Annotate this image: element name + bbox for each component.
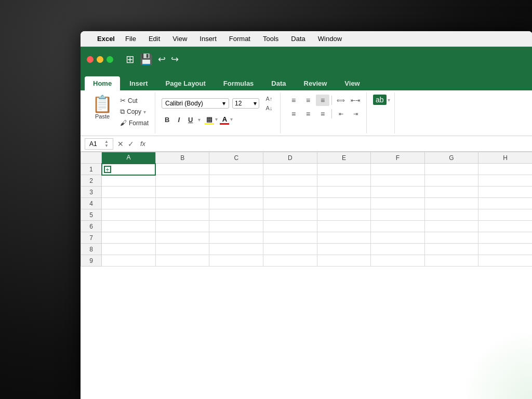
align-center-button[interactable]: ≡	[301, 108, 315, 119]
cell-D7[interactable]	[263, 232, 317, 244]
tab-page-layout[interactable]: Page Layout	[157, 76, 214, 90]
cell-A6[interactable]	[102, 221, 156, 232]
cell-B4[interactable]	[155, 198, 209, 209]
cell-F4[interactable]	[371, 198, 425, 209]
maximize-button[interactable]	[107, 56, 113, 63]
fill-color-button[interactable]: ▩	[205, 115, 214, 125]
cell-E8[interactable]	[317, 244, 371, 255]
cell-F6[interactable]	[371, 221, 425, 232]
cell-C3[interactable]	[209, 187, 263, 198]
cell-H2[interactable]	[478, 175, 532, 187]
cell-H6[interactable]	[478, 221, 532, 232]
menu-window[interactable]: Window	[316, 34, 344, 44]
cell-F2[interactable]	[371, 175, 425, 187]
cell-C5[interactable]	[209, 209, 263, 221]
cell-D8[interactable]	[263, 244, 317, 255]
minimize-button[interactable]	[97, 56, 103, 63]
cell-E9[interactable]	[317, 255, 371, 267]
cell-D4[interactable]	[263, 198, 317, 209]
align-left-button[interactable]: ≡	[287, 108, 300, 119]
cell-H1[interactable]	[478, 164, 532, 175]
row-header-2[interactable]: 2	[81, 175, 102, 187]
menu-file[interactable]: File	[123, 34, 138, 44]
close-button[interactable]	[87, 56, 94, 63]
cell-G8[interactable]	[424, 244, 478, 255]
cell-A5[interactable]	[102, 209, 156, 221]
menu-edit[interactable]: Edit	[147, 34, 162, 44]
cell-B5[interactable]	[155, 209, 209, 221]
cell-B9[interactable]	[155, 255, 209, 267]
cell-E1[interactable]	[317, 164, 371, 175]
cell-F1[interactable]	[371, 164, 425, 175]
page-icon[interactable]: ⊞	[126, 53, 135, 65]
tab-review[interactable]: Review	[296, 76, 336, 90]
cell-G6[interactable]	[424, 221, 478, 232]
cell-B3[interactable]	[155, 187, 209, 198]
cell-F7[interactable]	[371, 232, 425, 244]
cell-reference-box[interactable]: A1 ▲ ▼	[85, 138, 113, 150]
cell-A1[interactable]: +	[102, 164, 156, 175]
cell-F8[interactable]	[371, 244, 425, 255]
tab-data[interactable]: Data	[263, 76, 294, 90]
cell-H7[interactable]	[478, 232, 532, 244]
undo-icon[interactable]: ↩	[158, 54, 166, 65]
cell-H3[interactable]	[478, 187, 532, 198]
font-size-increase[interactable]: A↑	[262, 95, 276, 103]
font-name-select[interactable]: Calibri (Body) ▾	[162, 98, 229, 109]
tab-insert[interactable]: Insert	[121, 76, 156, 90]
row-header-3[interactable]: 3	[81, 187, 102, 198]
col-header-a[interactable]: A	[102, 152, 156, 164]
cancel-formula-icon[interactable]: ✕	[116, 139, 125, 149]
cell-D9[interactable]	[263, 255, 317, 267]
cell-G2[interactable]	[424, 175, 478, 187]
row-header-5[interactable]: 5	[81, 209, 102, 221]
cell-B1[interactable]	[155, 164, 209, 175]
underline-button[interactable]: U	[185, 114, 196, 125]
col-header-c[interactable]: C	[209, 152, 263, 164]
merge-button[interactable]: ⇤⇥	[349, 95, 362, 106]
cell-C7[interactable]	[209, 232, 263, 244]
cell-D2[interactable]	[263, 175, 317, 187]
cell-E6[interactable]	[317, 221, 371, 232]
col-header-b[interactable]: B	[155, 152, 209, 164]
paste-button[interactable]: 📋 Paste	[89, 95, 116, 121]
cell-B6[interactable]	[155, 221, 209, 232]
cell-F3[interactable]	[371, 187, 425, 198]
cell-A8[interactable]	[102, 244, 156, 255]
cell-G9[interactable]	[424, 255, 478, 267]
col-header-e[interactable]: E	[317, 152, 371, 164]
font-color-button[interactable]: A	[220, 115, 229, 125]
cell-D1[interactable]	[263, 164, 317, 175]
bold-button[interactable]: B	[162, 114, 172, 125]
style-button[interactable]: ab	[373, 95, 387, 105]
menu-view[interactable]: View	[170, 34, 189, 44]
wrap-text-button[interactable]: ⟺	[334, 95, 348, 106]
row-header-6[interactable]: 6	[81, 221, 102, 232]
align-bottom-button[interactable]: ≡	[316, 95, 329, 106]
formula-input[interactable]	[149, 140, 528, 148]
copy-button[interactable]: ⧉ Copy ▾	[118, 107, 151, 117]
cell-G1[interactable]	[424, 164, 478, 175]
cell-A2[interactable]	[102, 175, 156, 187]
cell-C6[interactable]	[209, 221, 263, 232]
cell-D5[interactable]	[263, 209, 317, 221]
col-header-g[interactable]: G	[424, 152, 478, 164]
cell-A9[interactable]	[102, 255, 156, 267]
cell-B7[interactable]	[155, 232, 209, 244]
cell-C1[interactable]	[209, 164, 263, 175]
cell-D3[interactable]	[263, 187, 317, 198]
menu-data[interactable]: Data	[289, 34, 307, 44]
cell-B2[interactable]	[155, 175, 209, 187]
cell-H4[interactable]	[478, 198, 532, 209]
row-header-9[interactable]: 9	[81, 255, 102, 267]
cell-G7[interactable]	[424, 232, 478, 244]
cell-C2[interactable]	[209, 175, 263, 187]
cell-D6[interactable]	[263, 221, 317, 232]
cell-A7[interactable]	[102, 232, 156, 244]
cell-H9[interactable]	[478, 255, 532, 267]
redo-icon[interactable]: ↪	[171, 54, 179, 65]
format-painter-button[interactable]: 🖌 Format	[118, 118, 151, 128]
italic-button[interactable]: I	[175, 114, 183, 125]
cell-E7[interactable]	[317, 232, 371, 244]
menu-tools[interactable]: Tools	[261, 34, 281, 44]
